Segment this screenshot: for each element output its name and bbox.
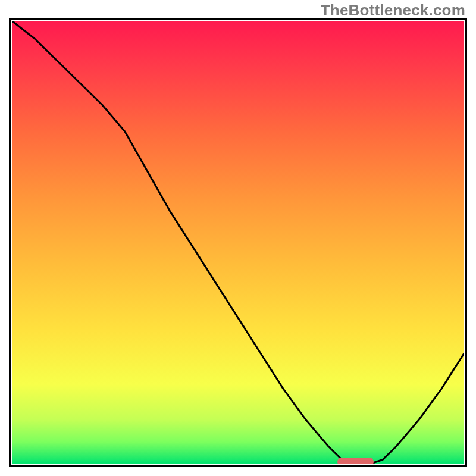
- chart-svg: [12, 21, 464, 464]
- gradient-background: [12, 21, 464, 464]
- watermark-text: TheBottleneck.com: [321, 1, 465, 20]
- plot-area: [12, 21, 464, 464]
- chart-frame: [9, 18, 467, 467]
- optimal-range-pill: [337, 458, 374, 464]
